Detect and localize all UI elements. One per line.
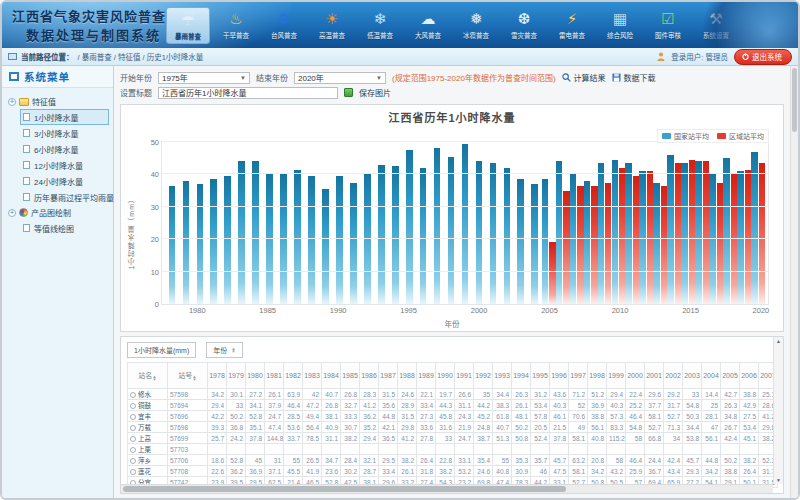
col-header-year-2001[interactable]: 2001 xyxy=(645,363,664,389)
scroll-up-icon[interactable]: ▲ xyxy=(776,338,781,344)
sidebar-item-1-3[interactable]: 6小时降水量 xyxy=(20,141,109,157)
col-header-year-2006[interactable]: 2006 xyxy=(740,363,759,389)
col-header-year-2002[interactable]: 2002 xyxy=(664,363,683,389)
col-header-id[interactable]: 站号▲▼ xyxy=(168,363,208,389)
col-header-year-1986[interactable]: 1986 xyxy=(360,363,379,389)
table-row-57598[interactable]: 修水5759834.230.127.226.163.94240.726.828.… xyxy=(128,389,778,400)
toolbar-item-8[interactable]: ❆雪灾普查 xyxy=(502,7,546,44)
sidebar-group-1[interactable]: +特征值 xyxy=(6,94,109,109)
col-header-year-1993[interactable]: 1993 xyxy=(493,363,512,389)
table-vertical-scrollbar[interactable]: ▲▼ xyxy=(773,337,783,484)
col-header-year-2005[interactable]: 2005 xyxy=(721,363,740,389)
radio-icon[interactable] xyxy=(130,436,136,442)
expander-icon[interactable]: + xyxy=(8,209,16,217)
table-row-57706[interactable]: 萍乡5770618.652.845315526.534.728.432.129.… xyxy=(128,455,778,466)
toolbar-item-9[interactable]: ⚡雷电普查 xyxy=(550,7,594,44)
toolbar-item-3[interactable]: ⚙台风普查 xyxy=(262,7,306,44)
start-year-select[interactable]: 1975年▼ xyxy=(158,72,250,84)
sidebar-item-1-1[interactable]: 1小时降水量 xyxy=(20,109,109,125)
table-row-57703[interactable]: 上栗57703 xyxy=(128,444,778,455)
chart-title-input[interactable] xyxy=(158,87,338,99)
col-header-year-1996[interactable]: 1996 xyxy=(550,363,569,389)
sidebar-item-1-6[interactable]: 历年暴雨过程平均雨量 xyxy=(20,189,109,205)
save-image-button[interactable]: 保存图片 xyxy=(359,87,391,98)
col-header-year-1980[interactable]: 1980 xyxy=(246,363,265,389)
col-header-year-1987[interactable]: 1987 xyxy=(379,363,398,389)
radio-icon[interactable] xyxy=(130,403,136,409)
toolbar-item-7[interactable]: ❅冰雹普查 xyxy=(454,7,498,44)
sidebar-item-1-5[interactable]: 24小时降水量 xyxy=(20,173,109,189)
radio-icon[interactable] xyxy=(130,392,136,398)
expander-icon[interactable]: + xyxy=(8,98,16,106)
table-row-57694[interactable]: 铜鼓5769429.43334.137.946.447.226.832.741.… xyxy=(128,400,778,411)
station-data-table: 站名▲▼站号▲▼19781979198019811982198319841985… xyxy=(127,362,778,488)
radio-icon[interactable] xyxy=(130,414,136,420)
end-year-select[interactable]: 2020年▼ xyxy=(294,72,386,84)
radio-icon[interactable] xyxy=(130,469,136,475)
station-name[interactable]: 上高 xyxy=(128,433,168,444)
col-header-year-2003[interactable]: 2003 xyxy=(683,363,702,389)
legend-item[interactable]: 国家站平均 xyxy=(662,131,709,141)
toolbar-item-12[interactable]: ⚒系统设置 xyxy=(694,7,738,44)
col-header-year-1983[interactable]: 1983 xyxy=(303,363,322,389)
col-header-year-1998[interactable]: 1998 xyxy=(588,363,607,389)
station-name[interactable]: 修水 xyxy=(128,389,168,400)
toolbar-item-6[interactable]: ☁大风普查 xyxy=(406,7,450,44)
logout-button[interactable]: 退出系统 xyxy=(734,49,792,65)
table-row-57699[interactable]: 上高5769925.724.237.8144.833.778.531.138.2… xyxy=(128,433,778,444)
value-cell: 33.4 xyxy=(417,400,436,411)
main-vertical-scrollbar[interactable] xyxy=(790,66,798,498)
radio-icon[interactable] xyxy=(130,447,136,453)
col-header-year-1985[interactable]: 1985 xyxy=(341,363,360,389)
sidebar-item-1-2[interactable]: 3小时降水量 xyxy=(20,125,109,141)
col-header-year-1981[interactable]: 1981 xyxy=(265,363,284,389)
calc-result-button[interactable]: 计算结果 xyxy=(562,72,606,83)
sidebar-item-1-4[interactable]: 12小时降水量 xyxy=(20,157,109,173)
col-header-year-1991[interactable]: 1991 xyxy=(455,363,474,389)
station-name[interactable]: 上栗 xyxy=(128,444,168,455)
table-row-57698[interactable]: 万载5769839.336.835.147.453.656.440.930.73… xyxy=(128,422,778,433)
station-name[interactable]: 万载 xyxy=(128,422,168,433)
scrollbar-thumb[interactable] xyxy=(123,486,566,492)
col-header-year-1978[interactable]: 1978 xyxy=(208,363,227,389)
col-header-year-2000[interactable]: 2000 xyxy=(626,363,645,389)
station-name[interactable]: 萍乡 xyxy=(128,455,168,466)
col-header-year-1982[interactable]: 1982 xyxy=(284,363,303,389)
col-header-name[interactable]: 站名▲▼ xyxy=(128,363,168,389)
radio-icon[interactable] xyxy=(130,458,136,464)
col-header-year-1989[interactable]: 1989 xyxy=(417,363,436,389)
scroll-down-icon[interactable]: ▼ xyxy=(776,477,781,483)
toolbar-item-2[interactable]: ♨干旱普查 xyxy=(214,7,258,44)
sidebar-group-2[interactable]: +产品图绘制 xyxy=(6,205,109,220)
table-row-57708[interactable]: 莲花5770822.636.236.937.145.541.923.630.22… xyxy=(128,466,778,477)
table-horizontal-scrollbar[interactable] xyxy=(121,484,773,493)
table-row-57696[interactable]: 宜丰5769642.250.252.824.728.549.438.133.33… xyxy=(128,411,778,422)
col-header-year-1979[interactable]: 1979 xyxy=(227,363,246,389)
station-name[interactable]: 铜鼓 xyxy=(128,400,168,411)
year-sorter[interactable]: 年份 ▲▼ xyxy=(206,342,242,358)
col-header-year-1994[interactable]: 1994 xyxy=(512,363,531,389)
col-header-year-1997[interactable]: 1997 xyxy=(569,363,588,389)
toolbar-item-10[interactable]: ▦综合风险 xyxy=(598,7,642,44)
toolbar-item-5[interactable]: ❄低温普查 xyxy=(358,7,402,44)
col-header-year-1999[interactable]: 1999 xyxy=(607,363,626,389)
scrollbar-thumb[interactable] xyxy=(792,68,797,132)
radio-icon[interactable] xyxy=(130,425,136,431)
toolbar-item-1[interactable]: ☔暴雨普查 xyxy=(166,7,210,44)
breadcrumb-path[interactable]: / 暴雨普查 / 特征值 / 历史1小时降水量 xyxy=(78,51,204,62)
station-name[interactable]: 莲花 xyxy=(128,466,168,477)
toolbar-item-4[interactable]: ☀高温普查 xyxy=(310,7,354,44)
sidebar-item-2-1[interactable]: 等值线绘图 xyxy=(20,220,109,236)
toolbar-item-11[interactable]: ☑图件审核 xyxy=(646,7,690,44)
bar-group-1982 xyxy=(221,142,235,304)
station-name[interactable]: 宜丰 xyxy=(128,411,168,422)
col-header-year-1984[interactable]: 1984 xyxy=(322,363,341,389)
data-download-button[interactable]: 数据下载 xyxy=(612,72,656,83)
col-header-year-1990[interactable]: 1990 xyxy=(436,363,455,389)
col-header-year-2004[interactable]: 2004 xyxy=(702,363,721,389)
unit-filter-box[interactable]: 1小时降水量(mm) xyxy=(127,342,196,358)
col-header-year-1988[interactable]: 1988 xyxy=(398,363,417,389)
legend-item[interactable]: 区域站平均 xyxy=(717,131,764,141)
col-header-year-1995[interactable]: 1995 xyxy=(531,363,550,389)
col-header-year-1992[interactable]: 1992 xyxy=(474,363,493,389)
